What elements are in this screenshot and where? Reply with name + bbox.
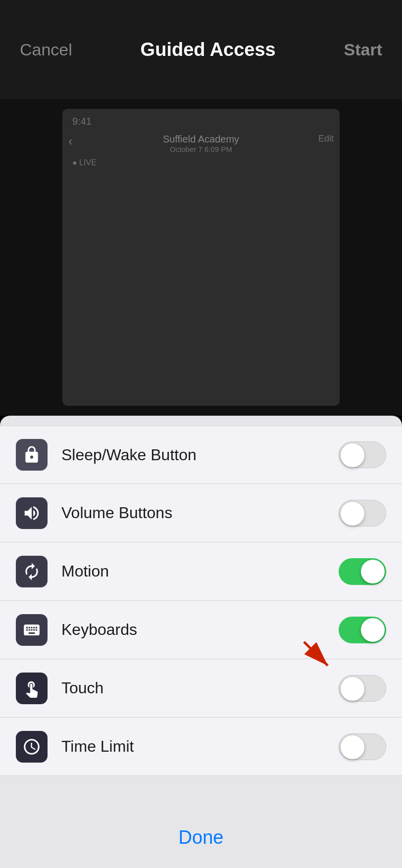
preview-title-area: Suffield Academy October 7 6:09 PM: [62, 134, 340, 153]
sleep-wake-label: Sleep/Wake Button: [61, 446, 339, 464]
keyboards-toggle[interactable]: [339, 617, 386, 643]
done-button[interactable]: Done: [0, 813, 402, 868]
motion-knob: [361, 560, 385, 583]
keyboards-label: Keyboards: [61, 621, 339, 639]
preview-time: 9:41: [72, 116, 92, 127]
setting-row-keyboards: Keyboards: [0, 601, 402, 659]
motion-toggle[interactable]: [339, 558, 386, 585]
volume-toggle[interactable]: [339, 500, 386, 527]
setting-row-time-limit: Time Limit: [0, 718, 402, 776]
clock-icon: [22, 737, 41, 756]
preview-date: October 7 6:09 PM: [62, 145, 340, 153]
keyboards-knob: [361, 618, 385, 642]
page-title: Guided Access: [141, 39, 276, 60]
touch-label: Touch: [61, 679, 339, 697]
bottom-panel: Sleep/Wake Button Volume Buttons: [0, 416, 402, 868]
volume-speaker-icon: [22, 504, 41, 523]
setting-row-motion: Motion: [0, 542, 402, 601]
sleep-wake-toggle[interactable]: [339, 441, 386, 468]
sleep-wake-knob: [341, 443, 364, 467]
touch-row-container: Touch: [0, 659, 402, 718]
time-limit-knob: [341, 735, 364, 759]
settings-list: Sleep/Wake Button Volume Buttons: [0, 416, 402, 813]
motion-icon: [16, 556, 48, 587]
motion-refresh-icon: [22, 562, 41, 581]
nav-bar: Cancel Guided Access Start: [0, 0, 402, 99]
touch-hand-icon: [22, 679, 41, 698]
time-limit-icon: [16, 731, 48, 763]
touch-icon: [16, 673, 48, 704]
preview-area: 9:41 ‹ Suffield Academy October 7 6:09 P…: [0, 99, 402, 416]
preview-live: ● LIVE: [72, 158, 97, 167]
setting-row-touch: Touch: [0, 659, 402, 718]
volume-knob: [341, 502, 364, 526]
lock-icon: [22, 445, 41, 464]
start-button[interactable]: Start: [344, 40, 382, 59]
touch-knob: [341, 677, 364, 701]
volume-label: Volume Buttons: [61, 504, 339, 522]
volume-icon: [16, 497, 48, 529]
motion-label: Motion: [61, 562, 339, 580]
setting-row-volume: Volume Buttons: [0, 484, 402, 542]
setting-row-sleep-wake: Sleep/Wake Button: [0, 426, 402, 484]
sleep-wake-icon: [16, 439, 48, 471]
preview-school-name: Suffield Academy: [62, 134, 340, 145]
keyboard-svg-icon: [22, 621, 41, 639]
time-limit-label: Time Limit: [61, 737, 339, 756]
preview-screenshot: 9:41 ‹ Suffield Academy October 7 6:09 P…: [62, 109, 340, 406]
keyboard-icon: [16, 614, 48, 646]
touch-toggle[interactable]: [339, 675, 386, 702]
cancel-button[interactable]: Cancel: [20, 40, 72, 59]
preview-edit: Edit: [318, 134, 334, 144]
time-limit-toggle[interactable]: [339, 733, 386, 760]
